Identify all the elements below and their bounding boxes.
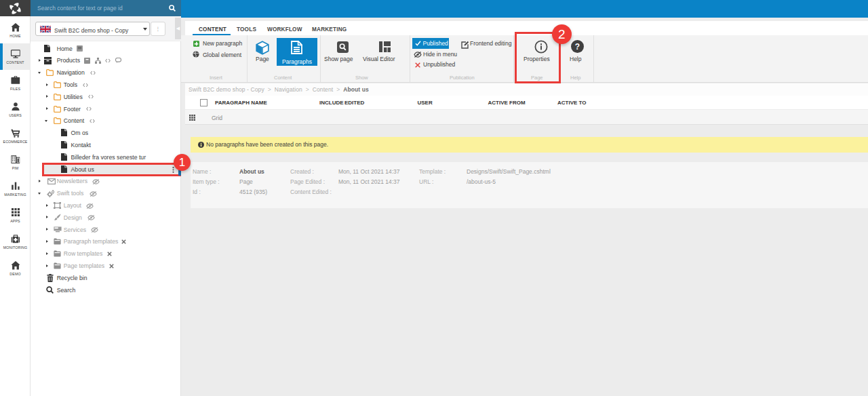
svg-text:?: ? xyxy=(575,42,580,52)
